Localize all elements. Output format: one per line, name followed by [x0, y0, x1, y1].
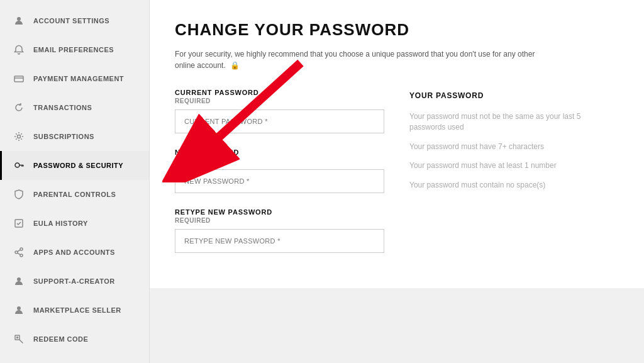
- svg-line-12: [18, 250, 20, 252]
- key-icon: [12, 159, 26, 172]
- sidebar-item-label: Apps and Accounts: [33, 249, 115, 256]
- shield-icon: [12, 187, 26, 201]
- sidebar-item-label: Transactions: [33, 104, 92, 111]
- sidebar: Account Settings Email Preferences Payme…: [0, 0, 150, 363]
- page-title: CHANGE YOUR PASSWORD: [175, 20, 619, 40]
- sidebar-item-marketplace-seller[interactable]: Marketplace Seller: [0, 296, 149, 325]
- refresh-icon: [12, 101, 26, 114]
- svg-point-11: [20, 254, 23, 257]
- input-current-password[interactable]: [175, 109, 384, 133]
- svg-point-3: [18, 135, 21, 138]
- sidebar-item-apps-and-accounts[interactable]: Apps and Accounts: [0, 238, 149, 267]
- password-rule-4: Your password must contain no space(s): [409, 180, 619, 191]
- input-new-password[interactable]: [175, 169, 384, 193]
- sidebar-item-label: Password & Security: [33, 162, 123, 169]
- sidebar-item-label: Marketplace Seller: [33, 306, 121, 314]
- person-icon: [12, 14, 26, 28]
- sidebar-item-label: Subscriptions: [33, 133, 94, 140]
- sidebar-item-account-settings[interactable]: Account Settings: [0, 6, 149, 35]
- bell-icon: [12, 43, 26, 57]
- svg-point-9: [20, 248, 23, 250]
- field-sublabel-retype-new-password: REQUIRED: [175, 217, 384, 224]
- field-sublabel-new-password: REQUIRED: [175, 157, 384, 164]
- input-retype-new-password[interactable]: [175, 229, 384, 253]
- share-icon: [12, 245, 26, 259]
- field-label-retype-new-password: RETYPE NEW PASSWORD: [175, 208, 384, 216]
- field-group-retype-new-password: RETYPE NEW PASSWORD REQUIRED: [175, 208, 384, 253]
- svg-point-14: [17, 277, 21, 281]
- sidebar-item-email-preferences[interactable]: Email Preferences: [0, 35, 149, 64]
- password-rule-1: Your password must not be the same as yo…: [409, 111, 619, 133]
- page-description: For your security, we highly recommend t…: [175, 48, 552, 71]
- svg-rect-1: [14, 76, 23, 82]
- sidebar-item-label: Email Preferences: [33, 46, 114, 53]
- svg-point-15: [17, 306, 21, 310]
- svg-point-4: [15, 163, 19, 167]
- field-group-current-password: CURRENT PASSWORD REQUIRED: [175, 89, 384, 133]
- svg-line-13: [18, 253, 20, 255]
- main-content: CHANGE YOUR PASSWORD For your security, …: [150, 0, 644, 288]
- sidebar-item-subscriptions[interactable]: Subscriptions: [0, 122, 149, 151]
- field-group-new-password: NEW PASSWORD REQUIRED: [175, 148, 384, 193]
- checkbox-icon: [12, 216, 26, 230]
- sidebar-item-transactions[interactable]: Transactions: [0, 93, 149, 122]
- card-icon: [12, 72, 26, 86]
- sidebar-item-label: Payment Management: [33, 75, 124, 82]
- person3-icon: [12, 303, 26, 317]
- form-left: CURRENT PASSWORD REQUIRED NEW PASSWORD R…: [175, 89, 384, 268]
- sidebar-item-redeem-code[interactable]: Redeem Code: [0, 325, 149, 354]
- sidebar-item-support-a-creator[interactable]: Support-A-Creator: [0, 267, 149, 296]
- person2-icon: [12, 274, 26, 288]
- sidebar-item-password-security[interactable]: Password & Security: [0, 151, 149, 180]
- sidebar-item-label: EULA History: [33, 220, 88, 227]
- svg-point-10: [15, 251, 18, 254]
- sidebar-item-eula-history[interactable]: EULA History: [0, 209, 149, 238]
- form-layout: CURRENT PASSWORD REQUIRED NEW PASSWORD R…: [175, 89, 619, 268]
- password-rule-3: Your password must have at least 1 numbe…: [409, 160, 619, 171]
- lock-icon: 🔒: [230, 60, 240, 71]
- sidebar-item-payment-management[interactable]: Payment Management: [0, 64, 149, 93]
- sidebar-item-label: Redeem Code: [33, 335, 88, 343]
- password-rules-panel: YOUR PASSWORD Your password must not be …: [409, 89, 619, 268]
- svg-point-0: [17, 17, 21, 21]
- svg-rect-16: [15, 335, 19, 340]
- sidebar-item-label: Parental Controls: [33, 191, 116, 198]
- password-rule-2: Your password must have 7+ characters: [409, 142, 619, 152]
- sidebar-item-parental-controls[interactable]: Parental Controls: [0, 180, 149, 209]
- field-label-new-password: NEW PASSWORD: [175, 148, 384, 156]
- svg-line-18: [19, 340, 23, 343]
- password-rules-title: YOUR PASSWORD: [409, 91, 619, 100]
- sidebar-item-label: Support-A-Creator: [33, 277, 115, 285]
- gear-icon: [12, 130, 26, 143]
- sidebar-item-label: Account Settings: [33, 17, 109, 25]
- svg-point-17: [17, 337, 18, 338]
- tag-icon: [12, 332, 26, 346]
- field-sublabel-current-password: REQUIRED: [175, 98, 384, 104]
- field-label-current-password: CURRENT PASSWORD: [175, 89, 384, 96]
